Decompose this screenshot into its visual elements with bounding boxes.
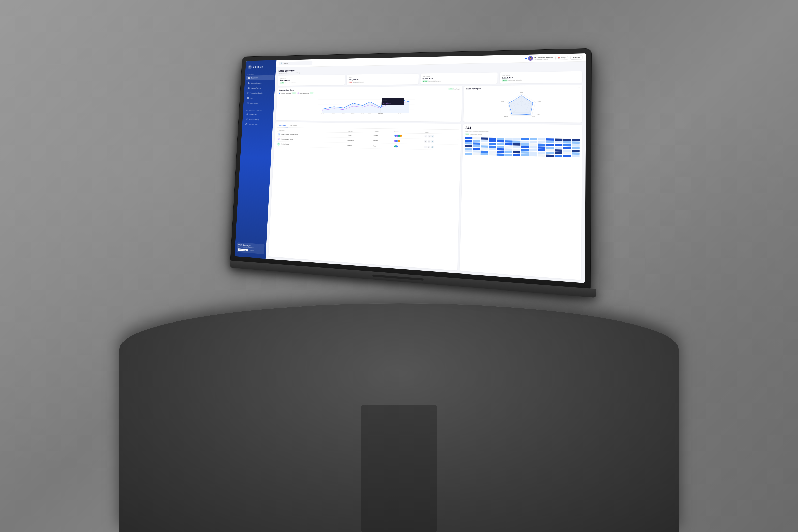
delete-icon[interactable]: 🗑	[428, 146, 430, 148]
sidebar-item-your-account[interactable]: Your Account	[244, 112, 273, 117]
tab-top-doctors[interactable]: Top Doctors	[288, 124, 299, 128]
heatmap-cell	[538, 152, 545, 154]
heatmap-cell	[546, 144, 554, 146]
edit-icon[interactable]: ✏	[425, 135, 427, 137]
svg-point-24	[380, 106, 381, 108]
heatmap-cell	[555, 152, 562, 154]
sidebar-item-help-support[interactable]: Help & Support	[243, 122, 272, 127]
search-box[interactable]: 🔍	[279, 61, 313, 65]
stat-value: 5.211.832	[423, 77, 495, 80]
delete-icon[interactable]: 🗑	[428, 135, 431, 137]
table-surface	[120, 303, 678, 532]
svg-rect-11	[247, 98, 248, 99]
content-area: Sales overview Your current sales summar…	[266, 61, 586, 283]
link-icon[interactable]: 🔗	[431, 140, 434, 143]
heatmap-cell	[521, 154, 529, 156]
svg-rect-3	[249, 78, 250, 79]
heatmap-cell	[513, 146, 521, 148]
laptop: 🛡 U-CHECK Main Menu Dashboard	[230, 49, 592, 297]
sidebar-item-cms[interactable]: CMS	[244, 96, 273, 100]
stat-card-total-income: Total Income $32,499.93 +6.98% Compared …	[277, 75, 345, 86]
heatmap-cell	[529, 152, 537, 154]
more-options[interactable]: •••	[578, 87, 580, 89]
doctor-avatar-more: +1	[398, 140, 400, 142]
edit-icon[interactable]: ✏	[424, 146, 427, 148]
legend-label: Target	[300, 92, 303, 94]
filter-button[interactable]: ⚙ Filters	[570, 55, 582, 60]
heatmap-cell	[513, 141, 521, 143]
legend-revenue: Revenue $32,839.99 +53%	[279, 92, 296, 94]
heatmap-cell	[480, 145, 488, 148]
svg-text:● Target: $29,105.00: ● Target: $29,105.00	[382, 103, 391, 104]
sidebar-item-label: Help & Support	[249, 124, 258, 125]
sidebar-item-label: CMS	[250, 97, 253, 99]
legend-dot-revenue	[279, 93, 280, 94]
search-input[interactable]	[283, 62, 311, 64]
sidebar-item-account-settings[interactable]: Account Settings	[243, 117, 272, 122]
heatmap-cell	[529, 146, 537, 149]
revenue-value: $32,839.99	[286, 92, 291, 94]
yearly-campaigns-card: Yearly Campaigns You're all 2024 and get…	[237, 242, 265, 254]
heatmap-cell	[496, 143, 504, 145]
heatmap-cell	[513, 154, 521, 156]
heatmap-cell	[465, 148, 472, 150]
sales-region-card: Sales by Region •••	[463, 85, 582, 123]
tab-top-clinics[interactable]: Top Clinics	[277, 124, 288, 128]
logo-icon: 🛡	[248, 65, 252, 69]
heatmap-cell	[489, 140, 496, 142]
sidebar-item-manage-patients[interactable]: Manage Patients	[245, 86, 274, 90]
sidebar-item-transaction-details[interactable]: Transaction Details	[245, 91, 274, 95]
change-badge: +6.98%	[279, 82, 284, 84]
heatmap-cell	[496, 153, 504, 156]
heatmap-cell	[538, 138, 546, 141]
heatmap-cell	[513, 138, 521, 140]
sidebar-item-subscriptions[interactable]: Subscriptions	[244, 101, 273, 106]
heatmap-cell	[546, 141, 554, 144]
heatmap-cell	[563, 152, 571, 154]
sidebar-item-dashboard[interactable]: Dashboard	[246, 75, 275, 80]
svg-point-15	[247, 113, 247, 114]
heatmap-cell	[572, 144, 580, 147]
category-cell: Dental	[347, 133, 373, 138]
chart-header: Revenue Over Time +61% Total Target	[279, 88, 460, 91]
sidebar-item-manage-doctors[interactable]: Manage Doctors	[246, 80, 274, 85]
heatmap-cell	[513, 149, 521, 151]
svg-text:800: 800	[538, 114, 540, 115]
sidebar-bottom: Yearly Campaigns You're all 2024 and get…	[235, 240, 266, 256]
heatmap-cell	[496, 148, 504, 151]
change-badge: +2.53%	[502, 79, 508, 81]
heatmap-cell	[489, 143, 496, 145]
user-profile: 👨‍⚕️ Dr. Jonathan Matthew Los Angeles, C…	[525, 56, 553, 61]
heatmap-cell	[473, 142, 480, 145]
laptop-screen: 🛡 U-CHECK Main Menu Dashboard	[235, 53, 586, 283]
heatmap-cell	[521, 141, 529, 143]
svg-point-5	[248, 87, 249, 88]
legend-dot-target	[297, 92, 299, 94]
clinic-name: Wellness Wave Clinic	[281, 138, 293, 140]
stat-value: $10,499.93	[349, 78, 417, 81]
heatmap-cell	[480, 148, 488, 150]
edit-icon[interactable]: ✏	[424, 140, 427, 143]
link-icon[interactable]: 🔗	[431, 146, 434, 148]
calendar-icon: 📅	[558, 57, 560, 59]
yearly-button[interactable]: 📅 Yearly	[555, 56, 568, 60]
compare-text: Compared to last year	[470, 134, 482, 135]
main-menu-label: Main Menu	[245, 72, 276, 75]
upgrade-plan-button[interactable]: Upgrade plan	[238, 248, 248, 251]
chart-title: Revenue Over Time	[279, 89, 294, 91]
svg-rect-1	[249, 77, 250, 78]
clinic-name: Sunrise Medical	[280, 144, 289, 145]
total-target-label: Total Target	[453, 88, 460, 90]
notification-dot	[525, 58, 527, 59]
svg-rect-10	[247, 97, 249, 97]
delete-icon[interactable]: 🗑	[428, 140, 430, 143]
link-icon[interactable]: 🔗	[431, 135, 434, 137]
dismiss-link[interactable]: Dismiss	[250, 250, 254, 251]
sidebar-item-label: Manage Doctors	[251, 82, 261, 84]
heatmap-cell	[505, 148, 512, 151]
compare-badge: +7%	[465, 133, 469, 135]
change-text: Compared to last month	[429, 80, 441, 82]
heatmap-cell	[465, 142, 472, 145]
svg-rect-12	[248, 98, 249, 99]
heatmap-cell	[555, 155, 562, 157]
